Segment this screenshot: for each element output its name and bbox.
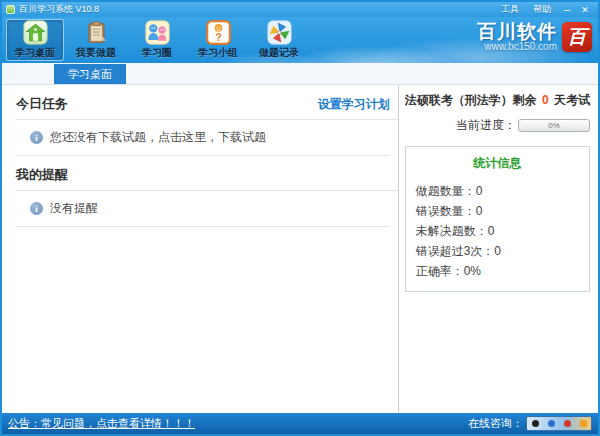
no-reminder-row: i 没有提醒 bbox=[16, 191, 390, 227]
qq-online-badge[interactable] bbox=[526, 416, 592, 431]
close-button[interactable]: ✕ bbox=[576, 5, 594, 15]
exam-countdown: 法硕联考（刑法学）剩余 0 天考试 bbox=[405, 92, 590, 109]
stat-value: 0 bbox=[476, 184, 483, 198]
menu-tools[interactable]: 工具 bbox=[494, 3, 526, 16]
stat-row-accuracy: 正确率：0% bbox=[416, 261, 579, 281]
brand-block: 百川软件 www.bc150.com 百 bbox=[477, 22, 592, 52]
info-icon: i bbox=[30, 131, 43, 144]
exam-name: 法硕联考（刑法学）剩余 bbox=[405, 93, 537, 107]
menu-help[interactable]: 帮助 bbox=[526, 3, 558, 16]
statistics-title: 统计信息 bbox=[416, 155, 579, 172]
window-title: 百川学习系统 V10.8 bbox=[19, 3, 99, 16]
progress-bar: 0% bbox=[518, 119, 590, 132]
announcement-link[interactable]: 公告：常见问题，点击查看详情！！！ bbox=[8, 416, 195, 431]
toolbar-item-label: 我要做题 bbox=[76, 46, 116, 60]
app-window: 百川学习系统 V10.8 工具 帮助 ─ ✕ 学习桌面 bbox=[0, 0, 600, 436]
stat-row-errors: 错误数量：0 bbox=[416, 201, 579, 221]
today-tasks-header: 今日任务 设置学习计划 bbox=[16, 85, 398, 120]
online-consult-label: 在线咨询： bbox=[468, 416, 523, 431]
tab-strip: 学习桌面 bbox=[2, 63, 598, 85]
brand-text: 百川软件 www.bc150.com bbox=[477, 22, 557, 52]
stat-value: 0 bbox=[494, 244, 501, 258]
download-questions-text[interactable]: 您还没有下载试题，点击这里，下载试题 bbox=[50, 129, 266, 146]
footer-bar: 公告：常见问题，点击查看详情！！！ 在线咨询： bbox=[2, 413, 598, 434]
toolbar-item-label: 做题记录 bbox=[259, 46, 299, 60]
app-icon bbox=[6, 5, 15, 14]
brand-logo-icon: 百 bbox=[562, 22, 592, 52]
qq-star-icon bbox=[580, 420, 587, 427]
house-icon bbox=[21, 20, 50, 45]
toolbar-item-label: 学习小组 bbox=[198, 46, 238, 60]
exam-days-remaining: 0 bbox=[540, 93, 551, 107]
toolbar: 学习桌面 我要做题 学习 bbox=[2, 17, 598, 63]
statistics-panel: 统计信息 做题数量：0 错误数量：0 未解决题数：0 错误超过3次：0 正确率：… bbox=[405, 146, 590, 292]
exam-suffix: 天考试 bbox=[554, 93, 590, 107]
toolbar-item-do-questions[interactable]: 我要做题 bbox=[67, 19, 125, 61]
stat-row-unsolved: 未解决题数：0 bbox=[416, 221, 579, 241]
toolbar-item-question-history[interactable]: 做题记录 bbox=[250, 19, 308, 61]
stat-row-errors-over-3: 错误超过3次：0 bbox=[416, 241, 579, 261]
content-area: 今日任务 设置学习计划 i 您还没有下载试题，点击这里，下载试题 我的提醒 i … bbox=[2, 85, 598, 413]
sidebar: 法硕联考（刑法学）剩余 0 天考试 当前进度： 0% 统计信息 做题数量：0 错… bbox=[398, 85, 598, 413]
minimize-button[interactable]: ─ bbox=[558, 5, 576, 15]
smiley-question-icon: ? bbox=[204, 20, 233, 45]
stat-row-questions-done: 做题数量：0 bbox=[416, 181, 579, 201]
stat-value: 0 bbox=[488, 224, 495, 238]
brand-url: www.bc150.com bbox=[477, 42, 557, 52]
qq-penguin-icon bbox=[532, 420, 539, 427]
reminders-title: 我的提醒 bbox=[16, 166, 68, 184]
info-icon: i bbox=[30, 202, 43, 215]
set-study-plan-link[interactable]: 设置学习计划 bbox=[318, 96, 390, 113]
main-panel: 今日任务 设置学习计划 i 您还没有下载试题，点击这里，下载试题 我的提醒 i … bbox=[2, 85, 398, 413]
progress-label: 当前进度： bbox=[456, 117, 516, 134]
stat-value: 0 bbox=[476, 204, 483, 218]
pinwheel-icon bbox=[265, 20, 294, 45]
qq-blue-dot-icon bbox=[548, 420, 555, 427]
reminders-header: 我的提醒 bbox=[16, 156, 398, 191]
no-reminder-text: 没有提醒 bbox=[50, 200, 98, 217]
people-icon bbox=[143, 20, 172, 45]
titlebar: 百川学习系统 V10.8 工具 帮助 ─ ✕ bbox=[2, 2, 598, 17]
brand-name: 百川软件 bbox=[477, 22, 557, 41]
stat-value: 0% bbox=[464, 264, 481, 278]
svg-text:?: ? bbox=[215, 31, 222, 43]
today-tasks-title: 今日任务 bbox=[16, 95, 68, 113]
toolbar-item-study-circle[interactable]: 学习圈 bbox=[128, 19, 186, 61]
tab-study-desktop[interactable]: 学习桌面 bbox=[54, 64, 126, 84]
toolbar-item-label: 学习桌面 bbox=[15, 46, 55, 60]
toolbar-item-label: 学习圈 bbox=[142, 46, 172, 60]
toolbar-item-study-group[interactable]: ? 学习小组 bbox=[189, 19, 247, 61]
qq-red-dot-icon bbox=[564, 420, 571, 427]
clipboard-icon bbox=[82, 20, 111, 45]
download-questions-row[interactable]: i 您还没有下载试题，点击这里，下载试题 bbox=[16, 120, 390, 156]
progress-row: 当前进度： 0% bbox=[405, 117, 590, 134]
toolbar-item-study-desktop[interactable]: 学习桌面 bbox=[6, 19, 64, 61]
